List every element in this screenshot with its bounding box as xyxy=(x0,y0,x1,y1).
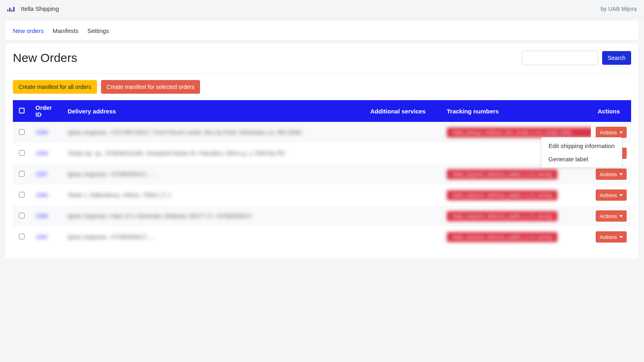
caret-down-icon xyxy=(619,194,623,196)
page-title: New Orders xyxy=(13,51,77,65)
delivery-address: Ignas Jurgonas, +370 600 55417, Posti Pa… xyxy=(68,129,302,136)
table-row: 1080Ignas Jurgonas, Liepu st 4, Kartenal… xyxy=(13,206,631,226)
col-order-id: Order ID xyxy=(31,100,63,122)
order-id-link[interactable]: 1093 xyxy=(35,150,48,156)
actions-button[interactable]: Actions xyxy=(596,169,627,180)
additional-services-cell xyxy=(365,164,442,185)
search-button[interactable]: Search xyxy=(602,51,631,65)
tracking-badge: itella_express_delivery_pallet_s.s.h_wro… xyxy=(447,232,557,242)
app-logo-icon xyxy=(7,6,17,12)
row-checkbox[interactable] xyxy=(19,129,25,135)
select-all-checkbox[interactable] xyxy=(19,108,25,113)
actions-button[interactable]: Actions xyxy=(596,189,627,201)
nav-tabs: New orders Manifests Settings xyxy=(6,21,638,40)
caret-down-icon xyxy=(619,173,623,175)
tab-new-orders[interactable]: New orders xyxy=(13,27,44,34)
order-id-link[interactable]: 1084 xyxy=(35,192,48,198)
caret-down-icon xyxy=(619,215,623,217)
additional-services-cell xyxy=(365,206,442,226)
tracking-badge: itella_express_delivery_pallet_s.s.h_wro… xyxy=(447,190,557,200)
row-checkbox[interactable] xyxy=(19,150,25,156)
order-id-link[interactable]: 1080 xyxy=(35,213,48,219)
caret-down-icon xyxy=(619,236,623,238)
col-actions: Actions xyxy=(591,100,631,122)
app-title: Itella Shipping xyxy=(21,5,59,12)
delivery-address: Testas ap. sp., 370634012345, Smartpost … xyxy=(68,150,285,156)
table-row: 1087Ignas Jurgonas, +37060055417, …itell… xyxy=(13,164,631,185)
table-row: 1094Ignas Jurgonas, +370 600 55417, Post… xyxy=(13,122,631,143)
delivery-address: Ignas Jurgonas, Liepu st 4, Kartenale, K… xyxy=(68,213,252,219)
order-id-link[interactable]: 1094 xyxy=(35,129,48,136)
order-id-link[interactable]: 1082 xyxy=(35,234,48,240)
actions-button-label: Actions xyxy=(600,130,617,136)
tracking-badge: itella_express_delivery_pallet_s.s.h_wro… xyxy=(447,211,557,221)
actions-dropdown: Edit shipping informationGenerate label xyxy=(541,137,622,168)
delivery-address: Ignas Jurgonas, +37060055417, … xyxy=(68,234,156,240)
tracking-badge: itella_express_delivery_pallet_s.s.h_wro… xyxy=(447,169,557,179)
order-id-link[interactable]: 1087 xyxy=(35,171,48,177)
main-card: New Orders Search Create manifest for al… xyxy=(6,43,638,259)
col-additional-services: Additional services xyxy=(365,100,442,122)
actions-button-label: Actions xyxy=(600,213,617,219)
actions-button-label: Actions xyxy=(600,234,617,240)
actions-button-label: Actions xyxy=(600,171,617,177)
table-row: 1093Testas ap. sp., 370634012345, Smartp… xyxy=(13,143,631,164)
row-checkbox[interactable] xyxy=(19,234,25,239)
actions-button-label: Actions xyxy=(600,192,617,198)
actions-button[interactable]: Actions xyxy=(596,127,627,138)
actions-button[interactable]: Actions xyxy=(596,210,627,222)
tab-manifests[interactable]: Manifests xyxy=(53,27,78,34)
table-row: 1084Tester 1, Baltuskinos, Vilnius, 7030… xyxy=(13,185,631,206)
delivery-address: Ignas Jurgonas, +37060055417, … xyxy=(68,171,156,177)
delivery-address: Tester 1, Baltuskinos, Vilnius, 70301 LT… xyxy=(68,192,171,198)
vendor-label: by UAB Mijora xyxy=(601,6,637,12)
search-input[interactable] xyxy=(522,51,598,65)
row-checkbox[interactable] xyxy=(19,171,25,177)
topbar: Itella Shipping by UAB Mijora xyxy=(0,0,644,18)
orders-table: Order ID Delivery address Additional ser… xyxy=(13,100,631,247)
tab-settings[interactable]: Settings xyxy=(87,27,109,34)
create-manifest-selected-button[interactable]: Create manifest for selected orders xyxy=(101,80,200,94)
actions-button[interactable]: Actions xyxy=(596,231,627,243)
additional-services-cell xyxy=(365,185,442,206)
dropdown-edit-shipping[interactable]: Edit shipping information xyxy=(541,139,622,152)
additional-services-cell xyxy=(365,143,442,164)
row-checkbox[interactable] xyxy=(19,192,25,197)
tracking-badge: itella_pickup_method_101_small_s.s.h_sma… xyxy=(447,128,593,138)
additional-services-cell xyxy=(365,122,442,143)
row-checkbox[interactable] xyxy=(19,213,25,218)
caret-down-icon xyxy=(619,132,623,134)
table-row: 1082Ignas Jurgonas, +37060055417, …itell… xyxy=(13,226,631,247)
create-manifest-all-button[interactable]: Create manifest for all orders xyxy=(13,80,97,94)
additional-services-cell xyxy=(365,226,442,247)
col-tracking-numbers: Tracking numbers xyxy=(442,100,591,122)
col-delivery-address: Delivery address xyxy=(63,100,365,122)
dropdown-generate-label[interactable]: Generate label xyxy=(541,152,622,166)
